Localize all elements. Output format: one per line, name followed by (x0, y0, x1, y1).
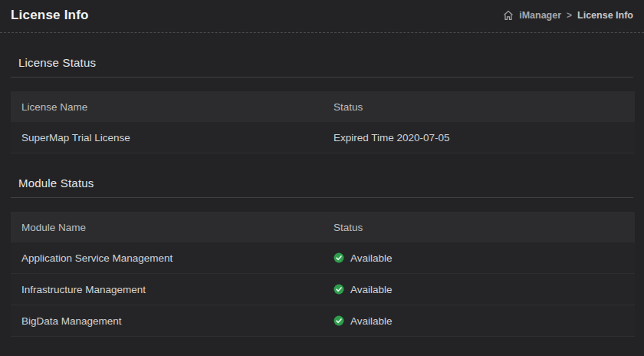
column-header-license-name: License Name (11, 101, 334, 113)
status-text: Available (350, 315, 393, 327)
table-row: BigData Management Available (11, 305, 635, 337)
module-status-cell: Available (334, 315, 635, 327)
table-header-row: Module Name Status (11, 212, 635, 242)
license-status-heading: License Status (18, 56, 644, 69)
available-check-icon (334, 252, 344, 263)
column-header-module-name: Module Name (11, 222, 334, 233)
breadcrumb: iManager > License Info (503, 10, 633, 21)
status-text: Available (350, 252, 393, 264)
table-header-row: License Name Status (11, 91, 635, 122)
column-header-status: Status (334, 101, 635, 113)
page-title: License Info (11, 8, 89, 23)
table-row: Application Service Management Available (11, 242, 635, 274)
license-name-cell: SuperMap Trial License (11, 132, 334, 143)
available-check-icon (334, 284, 344, 295)
module-name-cell: Infrastructure Management (11, 284, 334, 295)
section-divider (11, 77, 633, 77)
license-status-table: License Name Status SuperMap Trial Licen… (11, 91, 635, 153)
table-row: Infrastructure Management Available (11, 274, 635, 305)
table-row: SuperMap Trial License Expired Time 2020… (11, 122, 635, 153)
module-status-cell: Available (334, 284, 635, 295)
section-divider (11, 197, 633, 198)
module-status-heading: Module Status (18, 176, 644, 190)
breadcrumb-separator-icon: > (567, 10, 572, 21)
breadcrumb-item-license-info: License Info (577, 10, 633, 21)
module-status-cell: Available (334, 252, 635, 264)
license-status-cell: Expired Time 2020-07-05 (334, 132, 635, 143)
column-header-status: Status (334, 222, 635, 233)
module-name-cell: Application Service Management (11, 252, 334, 264)
home-icon[interactable] (503, 10, 514, 21)
top-bar: License Info iManager > License Info (0, 0, 644, 33)
available-check-icon (334, 315, 344, 326)
breadcrumb-item-imanager[interactable]: iManager (519, 10, 561, 21)
module-status-table: Module Name Status Application Service M… (11, 212, 635, 337)
module-name-cell: BigData Management (11, 315, 334, 327)
status-text: Available (350, 284, 393, 295)
